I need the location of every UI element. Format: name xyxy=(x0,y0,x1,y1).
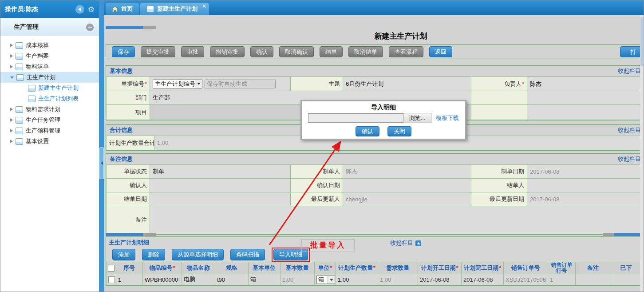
col-item-no[interactable]: 物品编号* xyxy=(143,262,182,274)
note-value[interactable] xyxy=(150,206,641,234)
doc-icon xyxy=(28,85,36,92)
tree-item-new-master-plan[interactable]: 新建主生产计划 xyxy=(0,83,99,93)
sales-order-cell: XSDJ20170506 xyxy=(504,274,548,285)
close-date-label: 结单日期 xyxy=(107,192,150,206)
sidebar-back-button[interactable] xyxy=(75,5,84,14)
dialog-confirm-button[interactable]: 确认 xyxy=(356,126,379,136)
sidebar-panel-header[interactable]: 生产管理 xyxy=(0,19,99,36)
unit-select[interactable]: 箱 xyxy=(316,276,335,284)
col-base-qty[interactable]: 基本数量 xyxy=(281,262,315,274)
end-date-cell[interactable]: 2017-06-08 xyxy=(462,274,504,285)
scrollbar-thumb[interactable] xyxy=(106,26,143,29)
owner-value[interactable]: 陈杰 xyxy=(527,77,641,91)
submit-approval-button[interactable]: 提交审批 xyxy=(141,46,175,57)
expand-arrow-icon[interactable] xyxy=(10,118,13,122)
search-icon[interactable] xyxy=(178,277,180,282)
plan-qty-total-label: 计划生产数量合计 xyxy=(107,136,154,150)
gear-icon[interactable]: ⚙ xyxy=(88,6,95,13)
doc-no-select[interactable]: 主生产计划编号 xyxy=(153,80,202,88)
browse-button[interactable]: 浏览... xyxy=(403,113,431,123)
doc-icon xyxy=(16,53,23,60)
col-seq[interactable]: 序号 xyxy=(116,262,143,274)
cancel-close-order-button[interactable]: 取消结单 xyxy=(348,46,383,57)
collapse-panel-link[interactable]: 收起栏目 xyxy=(618,66,640,76)
row-checkbox[interactable] xyxy=(108,276,115,283)
expand-arrow-icon[interactable] xyxy=(10,44,13,47)
print-button[interactable]: 打 xyxy=(620,46,641,57)
subject-value[interactable]: 6月份生产计划 xyxy=(343,77,471,91)
extra-cell xyxy=(611,274,641,285)
expand-arrow-icon[interactable] xyxy=(10,129,13,132)
col-remark[interactable]: 备注 xyxy=(576,262,611,274)
tree-item-master-plan-list[interactable]: 主生产计划列表 xyxy=(0,93,99,104)
scrollbar-thumb[interactable] xyxy=(106,233,143,236)
sales-line-cell: 1 xyxy=(548,274,576,285)
expand-arrow-icon[interactable] xyxy=(10,140,13,143)
doc-icon xyxy=(28,96,36,102)
tab-new-plan[interactable]: 新建主生产计划 ✕ xyxy=(140,3,209,15)
details-scrollbar-left[interactable] xyxy=(106,233,156,236)
tab-home[interactable]: 首页 xyxy=(106,3,139,15)
template-download-link[interactable]: 模板下载 xyxy=(436,114,459,122)
col-spec[interactable]: 规格 xyxy=(215,262,249,274)
col-item-name[interactable]: 物品名称 xyxy=(182,262,215,274)
section-title: 基本信息 xyxy=(110,68,133,74)
collapse-arrow-icon[interactable] xyxy=(10,76,14,79)
tree-item-basic-settings[interactable]: 基本设置 xyxy=(0,136,99,147)
details-scrollbar-right[interactable] xyxy=(603,233,641,236)
file-input[interactable] xyxy=(308,113,403,123)
barcode-scan-button[interactable]: 条码扫描 xyxy=(230,249,265,260)
delete-row-button[interactable]: 删除 xyxy=(142,249,165,260)
tree-item-production-archive[interactable]: 生产档案 xyxy=(0,51,99,61)
collapse-panel-link[interactable]: 收起栏目 xyxy=(390,239,421,247)
col-unit[interactable]: 单位* xyxy=(315,262,336,274)
col-start-date[interactable]: 计划开工日期* xyxy=(418,262,462,274)
confirm-button[interactable]: 确认 xyxy=(250,46,273,57)
item-no-cell[interactable]: WPBH00000 xyxy=(143,274,182,285)
add-row-button[interactable]: 添加 xyxy=(112,249,135,260)
select-all-checkbox[interactable] xyxy=(108,265,115,272)
vertical-scrollbar[interactable] xyxy=(640,15,644,292)
col-base-unit[interactable]: 基本单位 xyxy=(249,262,281,274)
expand-arrow-icon[interactable] xyxy=(10,108,13,111)
collapse-panel-link[interactable]: 收起栏目 xyxy=(618,125,640,136)
expand-arrow-icon[interactable] xyxy=(10,54,13,58)
tree-item-master-plan[interactable]: 主生产计划 xyxy=(0,72,99,83)
view-flow-button[interactable]: 查看流程 xyxy=(389,46,423,57)
splitter-collapse-handle[interactable] xyxy=(99,147,104,179)
tree-item-mrp[interactable]: 物料需求计划 xyxy=(0,104,99,115)
doc-icon xyxy=(16,42,23,49)
select-from-source-button[interactable]: 从源单选择明细 xyxy=(172,249,224,260)
col-demand-qty[interactable]: 需求数量 xyxy=(378,262,418,274)
top-horizontal-scrollbar[interactable] xyxy=(106,26,156,29)
sidebar-splitter[interactable] xyxy=(99,0,104,292)
tab-close-icon[interactable]: ✕ xyxy=(202,3,206,9)
approve-button[interactable]: 审批 xyxy=(181,46,204,57)
close-order-button[interactable]: 结单 xyxy=(320,46,343,57)
col-clipped[interactable]: 已下 xyxy=(611,262,641,274)
start-date-cell[interactable]: 2017-06-08 xyxy=(418,274,462,285)
tree-item-bom[interactable]: 物料清单 xyxy=(0,61,99,72)
tree-item-cost-accounting[interactable]: 成本核算 xyxy=(0,40,99,51)
tab-new-plan-label: 新建主生产计划 xyxy=(157,5,198,13)
plan-qty-cell[interactable]: 1.00 xyxy=(336,274,378,285)
dialog-close-button[interactable]: 关闭 xyxy=(387,126,411,136)
collapse-minus-icon[interactable] xyxy=(86,24,94,31)
back-button[interactable]: 返回 xyxy=(429,46,452,57)
save-button[interactable]: 保存 xyxy=(112,46,135,57)
scrollbar-thumb[interactable] xyxy=(640,17,643,66)
tree-item-material-requisition[interactable]: 生产领料管理 xyxy=(0,125,99,136)
col-sales-order[interactable]: 销售订单号 xyxy=(504,262,548,274)
tree-item-task-management[interactable]: 生产任务管理 xyxy=(0,115,99,125)
nav-tree: 成本核算 生产档案 物料清单 主生产计划 新建主生产计划 主生产计划列表 物料需… xyxy=(0,36,99,147)
col-end-date[interactable]: 计划完工日期* xyxy=(462,262,504,274)
collapse-panel-link[interactable]: 收起栏目 xyxy=(618,154,640,164)
expand-arrow-icon[interactable] xyxy=(10,65,13,68)
col-plan-qty[interactable]: 计划生产数量* xyxy=(336,262,378,274)
revoke-approval-button[interactable]: 撤销审批 xyxy=(210,46,245,57)
scrollbar-thumb[interactable] xyxy=(614,233,641,236)
cancel-confirm-button[interactable]: 取消确认 xyxy=(279,46,314,57)
col-sales-line[interactable]: 销售订单行号 xyxy=(548,262,576,274)
remark-cell[interactable] xyxy=(576,274,611,285)
last-update-date-value: 2017-06-08 xyxy=(527,192,641,206)
